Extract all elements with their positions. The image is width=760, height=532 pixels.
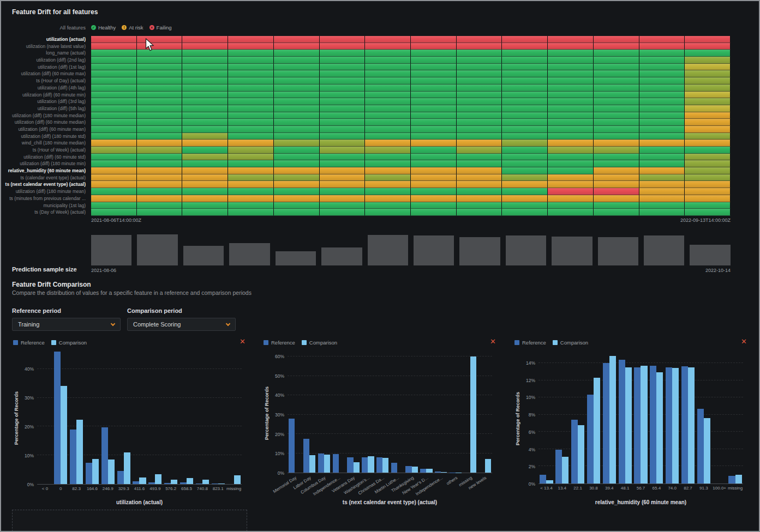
heatmap-cell[interactable] bbox=[91, 133, 137, 140]
heatmap-cell[interactable] bbox=[685, 84, 731, 92]
heatmap-cell[interactable] bbox=[685, 154, 731, 161]
heatmap-cell[interactable] bbox=[91, 105, 137, 112]
heatmap-cell[interactable] bbox=[411, 57, 457, 64]
heatmap-cell[interactable] bbox=[502, 36, 548, 43]
heatmap-cell[interactable] bbox=[548, 50, 594, 57]
heatmap-cell[interactable] bbox=[457, 70, 502, 77]
heatmap-cell[interactable] bbox=[548, 70, 594, 77]
comparison-bar[interactable] bbox=[202, 480, 209, 484]
reference-bar[interactable] bbox=[728, 476, 735, 483]
heatmap-cell[interactable] bbox=[182, 188, 228, 195]
feature-label[interactable]: relative_humidity (60 minute mean) bbox=[1, 167, 91, 174]
heatmap-cell[interactable] bbox=[685, 92, 731, 99]
heatmap-cell[interactable] bbox=[228, 181, 274, 188]
heatmap-cell[interactable] bbox=[228, 112, 274, 119]
heatmap-cell[interactable] bbox=[502, 188, 548, 195]
sample-size-bar[interactable] bbox=[91, 235, 131, 265]
feature-label[interactable]: utilization (diff) (60 minute median) bbox=[1, 119, 91, 126]
heatmap-cell[interactable] bbox=[228, 57, 274, 64]
feature-label[interactable]: ts (Day of Week) (actual) bbox=[1, 209, 91, 216]
reference-bar[interactable] bbox=[86, 463, 92, 484]
heatmap-cell[interactable] bbox=[365, 154, 411, 161]
heatmap-cell[interactable] bbox=[594, 147, 639, 154]
heatmap-cell[interactable] bbox=[411, 84, 457, 92]
feature-label[interactable]: ts (Hour of Day) (actual) bbox=[1, 77, 91, 84]
heatmap-cell[interactable] bbox=[502, 126, 548, 133]
heatmap-cell[interactable] bbox=[502, 92, 548, 99]
heatmap-cell[interactable] bbox=[594, 50, 639, 57]
heatmap-cell[interactable] bbox=[457, 50, 502, 57]
heatmap-cell[interactable] bbox=[137, 133, 183, 140]
heatmap-cell[interactable] bbox=[320, 174, 366, 182]
heatmap-cell[interactable] bbox=[548, 140, 594, 147]
comparison-bar[interactable] bbox=[324, 455, 330, 473]
heatmap-cell[interactable] bbox=[228, 105, 274, 112]
heatmap-cell[interactable] bbox=[457, 119, 502, 126]
heatmap-cell[interactable] bbox=[182, 105, 228, 112]
heatmap-cell[interactable] bbox=[182, 57, 228, 64]
heatmap-cell[interactable] bbox=[594, 64, 639, 71]
heatmap-cell[interactable] bbox=[548, 174, 594, 182]
close-icon[interactable]: ✕ bbox=[741, 338, 747, 346]
heatmap-cell[interactable] bbox=[137, 209, 183, 216]
heatmap-cell[interactable] bbox=[548, 92, 594, 99]
heatmap-cell[interactable] bbox=[685, 202, 731, 209]
heatmap-cell[interactable] bbox=[685, 160, 731, 167]
heatmap-cell[interactable] bbox=[685, 126, 731, 133]
sample-size-bar[interactable] bbox=[690, 245, 730, 265]
sample-size-bar[interactable] bbox=[552, 237, 592, 265]
heatmap-cell[interactable] bbox=[639, 105, 685, 112]
heatmap-cell[interactable] bbox=[548, 84, 594, 92]
heatmap-cell[interactable] bbox=[182, 174, 228, 182]
comparison-bar[interactable] bbox=[218, 483, 225, 484]
comparison-bar[interactable] bbox=[61, 386, 67, 484]
reference-bar[interactable] bbox=[196, 483, 202, 484]
heatmap-cell[interactable] bbox=[457, 160, 502, 167]
heatmap-cell[interactable] bbox=[274, 77, 320, 84]
heatmap-cell[interactable] bbox=[320, 77, 366, 84]
heatmap-cell[interactable] bbox=[685, 57, 731, 64]
heatmap-cell[interactable] bbox=[685, 105, 731, 112]
heatmap-cell[interactable] bbox=[182, 84, 228, 92]
heatmap-cell[interactable] bbox=[228, 50, 274, 57]
heatmap-cell[interactable] bbox=[639, 140, 685, 147]
reference-bar[interactable] bbox=[318, 454, 324, 473]
feature-label[interactable]: utilization (diff) (180 minute mean) bbox=[1, 188, 91, 195]
sample-size-bar[interactable] bbox=[137, 234, 177, 265]
heatmap-cell[interactable] bbox=[502, 147, 548, 154]
sample-size-bar[interactable] bbox=[229, 243, 270, 265]
heatmap-cell[interactable] bbox=[91, 160, 137, 167]
heatmap-cell[interactable] bbox=[91, 43, 137, 50]
heatmap-cell[interactable] bbox=[365, 119, 411, 126]
heatmap-cell[interactable] bbox=[274, 36, 320, 43]
heatmap-cell[interactable] bbox=[91, 112, 137, 119]
heatmap-cell[interactable] bbox=[457, 105, 502, 112]
heatmap-cell[interactable] bbox=[639, 36, 685, 43]
heatmap-cell[interactable] bbox=[548, 147, 594, 154]
heatmap-cell[interactable] bbox=[594, 181, 639, 188]
reference-bar[interactable] bbox=[666, 367, 672, 483]
heatmap-cell[interactable] bbox=[685, 167, 731, 174]
heatmap-cell[interactable] bbox=[274, 181, 320, 188]
heatmap-cell[interactable] bbox=[502, 119, 548, 126]
heatmap-cell[interactable] bbox=[137, 36, 183, 43]
heatmap-cell[interactable] bbox=[411, 154, 457, 161]
heatmap-cell[interactable] bbox=[137, 98, 183, 105]
heatmap-cell[interactable] bbox=[594, 167, 639, 174]
heatmap-cell[interactable] bbox=[594, 112, 639, 119]
heatmap-cell[interactable] bbox=[320, 43, 366, 50]
reference-bar[interactable] bbox=[148, 482, 155, 484]
comparison-bar[interactable] bbox=[76, 420, 83, 484]
heatmap-cell[interactable] bbox=[320, 112, 366, 119]
heatmap-cell[interactable] bbox=[365, 174, 411, 182]
heatmap-cell[interactable] bbox=[502, 154, 548, 161]
heatmap-cell[interactable] bbox=[457, 154, 502, 161]
heatmap-cell[interactable] bbox=[365, 84, 411, 92]
heatmap-cell[interactable] bbox=[137, 119, 183, 126]
heatmap-cell[interactable] bbox=[137, 43, 183, 50]
heatmap-cell[interactable] bbox=[274, 188, 320, 195]
heatmap-cell[interactable] bbox=[639, 77, 685, 84]
heatmap-cell[interactable] bbox=[137, 140, 183, 147]
heatmap-cell[interactable] bbox=[182, 92, 228, 99]
comparison-bar[interactable] bbox=[594, 378, 600, 483]
